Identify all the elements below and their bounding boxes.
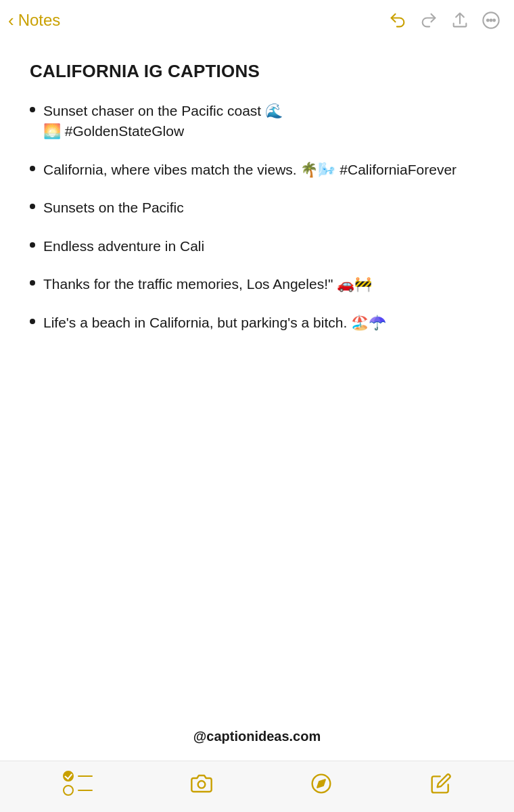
bullet-icon [30, 166, 35, 171]
checklist-check-icon [63, 771, 74, 782]
footer-attribution: @captionideas.com [193, 729, 321, 744]
list-item: Thanks for the traffic memories, Los Ang… [30, 274, 484, 294]
redo-icon[interactable] [419, 11, 438, 30]
checklist-row-1 [63, 771, 93, 782]
back-button[interactable]: ‹ Notes [8, 11, 60, 30]
more-icon[interactable] [482, 11, 500, 30]
item-text: Life's a beach in California, but parkin… [43, 313, 484, 333]
checklist-line [78, 775, 93, 777]
back-chevron-icon: ‹ [8, 12, 14, 29]
list-item: Life's a beach in California, but parkin… [30, 313, 484, 333]
checklist-empty-icon [63, 785, 74, 796]
svg-marker-6 [317, 780, 325, 787]
share-icon[interactable] [450, 11, 469, 30]
svg-point-2 [490, 20, 492, 22]
nav-bar: ‹ Notes [0, 0, 514, 37]
camera-button[interactable] [191, 773, 212, 794]
item-text: California, where vibes match the views.… [43, 160, 484, 180]
bullet-icon [30, 280, 35, 286]
back-label: Notes [18, 11, 61, 30]
nav-actions [388, 11, 500, 30]
checklist-line [78, 790, 93, 792]
item-text: Endless adventure in Cali [43, 236, 484, 256]
note-list: Sunset chaser on the Pacific coast 🌊🌅 #G… [30, 101, 484, 333]
item-text: Sunset chaser on the Pacific coast 🌊🌅 #G… [43, 101, 484, 142]
bullet-icon [30, 204, 35, 209]
bullet-icon [30, 242, 35, 248]
list-item: Sunset chaser on the Pacific coast 🌊🌅 #G… [30, 101, 484, 142]
bullet-icon [30, 107, 35, 112]
item-text: Sunsets on the Pacific [43, 198, 484, 218]
svg-point-3 [493, 20, 495, 22]
note-title: CALIFORNIA IG CAPTIONS [30, 61, 484, 82]
checklist-button[interactable] [63, 771, 93, 796]
list-item: California, where vibes match the views.… [30, 160, 484, 180]
list-item: Endless adventure in Cali [30, 236, 484, 256]
note-content: CALIFORNIA IG CAPTIONS Sunset chaser on … [0, 37, 514, 708]
undo-icon[interactable] [388, 11, 407, 30]
item-text: Thanks for the traffic memories, Los Ang… [43, 274, 484, 294]
compose-button[interactable] [430, 773, 452, 794]
footer: @captionideas.com [0, 708, 514, 761]
list-item: Sunsets on the Pacific [30, 198, 484, 218]
checklist-row-2 [63, 785, 93, 796]
bullet-icon [30, 319, 35, 324]
svg-point-4 [197, 781, 205, 788]
svg-point-1 [487, 20, 489, 22]
bottom-toolbar [0, 761, 514, 812]
location-button[interactable] [310, 773, 332, 794]
